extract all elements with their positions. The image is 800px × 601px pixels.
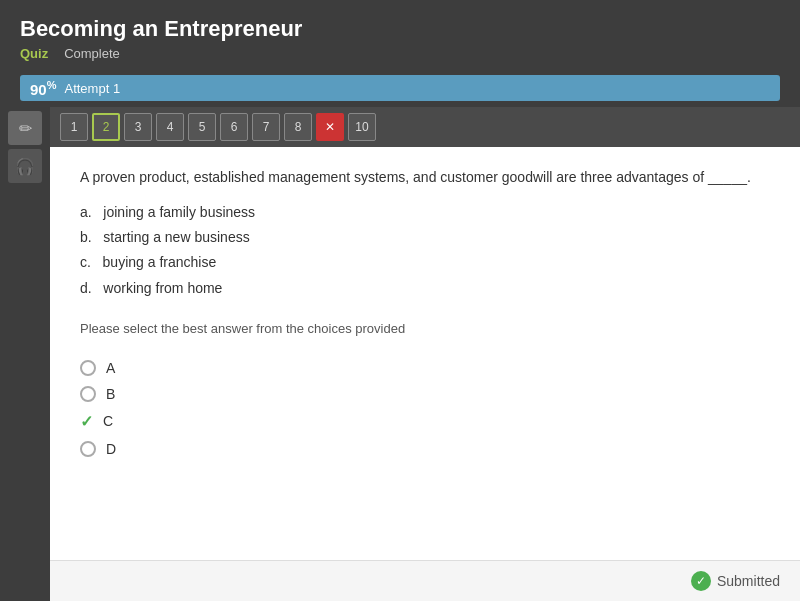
nav-btn-9[interactable]: ✕ <box>316 113 344 141</box>
choice-c-letter: c. <box>80 254 99 270</box>
choice-b-letter: b. <box>80 229 99 245</box>
radio-b[interactable] <box>80 386 96 402</box>
pencil-icon: ✏ <box>19 119 32 138</box>
headphone-icon: 🎧 <box>15 157 35 176</box>
option-a-label: A <box>106 360 115 376</box>
choice-c: c. buying a franchise <box>80 250 770 275</box>
choice-d: d. working from home <box>80 276 770 301</box>
question-panel: A proven product, established management… <box>50 147 800 560</box>
page-title: Becoming an Entrepreneur <box>20 16 780 42</box>
attempt-label: Attempt 1 <box>64 81 120 96</box>
left-sidebar: ✏ 🎧 <box>0 107 50 601</box>
main-area: ✏ 🎧 1 2 3 4 5 6 7 8 ✕ 10 A p <box>0 107 800 601</box>
choice-a-letter: a. <box>80 204 99 220</box>
choice-d-letter: d. <box>80 280 99 296</box>
option-b[interactable]: B <box>80 386 770 402</box>
choice-a-text: joining a family business <box>103 204 255 220</box>
choice-b: b. starting a new business <box>80 225 770 250</box>
pencil-tool-button[interactable]: ✏ <box>8 111 42 145</box>
option-a[interactable]: A <box>80 360 770 376</box>
nav-btn-6[interactable]: 6 <box>220 113 248 141</box>
choice-a: a. joining a family business <box>80 200 770 225</box>
progress-score: 90% <box>30 79 56 98</box>
option-d[interactable]: D <box>80 441 770 457</box>
nav-btn-5[interactable]: 5 <box>188 113 216 141</box>
instruction-text: Please select the best answer from the c… <box>80 321 770 336</box>
option-c-label: C <box>103 413 113 429</box>
complete-label: Complete <box>64 46 120 61</box>
nav-btn-8[interactable]: 8 <box>284 113 312 141</box>
submitted-badge: ✓ Submitted <box>691 571 780 591</box>
radio-a[interactable] <box>80 360 96 376</box>
choices-list: a. joining a family business b. starting… <box>80 200 770 301</box>
choice-b-text: starting a new business <box>103 229 249 245</box>
submitted-label: Submitted <box>717 573 780 589</box>
option-c[interactable]: ✓ C <box>80 412 770 431</box>
header-meta: Quiz Complete <box>20 46 780 61</box>
option-b-label: B <box>106 386 115 402</box>
nav-btn-3[interactable]: 3 <box>124 113 152 141</box>
choice-c-text: buying a franchise <box>103 254 217 270</box>
footer-bar: ✓ Submitted <box>50 560 800 601</box>
audio-tool-button[interactable]: 🎧 <box>8 149 42 183</box>
choice-d-text: working from home <box>103 280 222 296</box>
answer-options: A B ✓ C D <box>80 360 770 457</box>
app-container: Becoming an Entrepreneur Quiz Complete 9… <box>0 0 800 601</box>
nav-btn-7[interactable]: 7 <box>252 113 280 141</box>
nav-btn-4[interactable]: 4 <box>156 113 184 141</box>
header: Becoming an Entrepreneur Quiz Complete <box>0 0 800 69</box>
submitted-checkmark-icon: ✓ <box>691 571 711 591</box>
question-nav: 1 2 3 4 5 6 7 8 ✕ 10 <box>50 107 800 147</box>
option-d-label: D <box>106 441 116 457</box>
radio-d[interactable] <box>80 441 96 457</box>
quiz-label: Quiz <box>20 46 48 61</box>
question-text: A proven product, established management… <box>80 167 770 188</box>
progress-bar: 90% Attempt 1 <box>20 75 780 101</box>
nav-btn-2[interactable]: 2 <box>92 113 120 141</box>
progress-bar-container: 90% Attempt 1 <box>0 69 800 101</box>
checkmark-icon: ✓ <box>80 412 93 431</box>
nav-btn-1[interactable]: 1 <box>60 113 88 141</box>
content-area: 1 2 3 4 5 6 7 8 ✕ 10 A proven product, e… <box>50 107 800 601</box>
nav-btn-10[interactable]: 10 <box>348 113 376 141</box>
